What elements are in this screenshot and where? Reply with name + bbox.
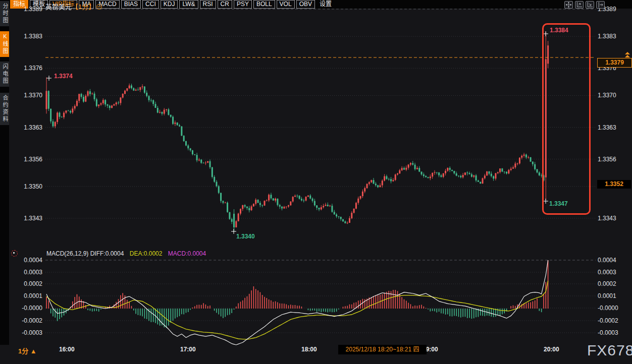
time-range-tooltip: 2025/12/18 18:20~18:21 四	[338, 345, 427, 354]
annotation-session-low: 1.3340	[236, 233, 255, 240]
candlestick-chart[interactable]	[0, 0, 632, 364]
fit-y-axis-icon[interactable]	[586, 1, 594, 9]
watermark: FX678	[587, 342, 632, 359]
alert-price-badge: 1.3379	[597, 58, 632, 68]
pair-name: 英镑美元	[45, 3, 72, 11]
annotation-first-high: 1.3374	[54, 73, 73, 80]
sidebar-tab-1[interactable]: 分时图	[0, 1, 9, 26]
macd-header: MACD(26,12,9) DIFF:0.0004 DEA:0.0002 MAC…	[46, 250, 206, 257]
indicator-target-icon[interactable]	[11, 250, 18, 257]
left-sidebar: 分时图K线图闪电图合约资料	[0, 0, 9, 345]
interval-label: 【1分】	[72, 3, 95, 11]
macd-dea-label: DEA:0.0002	[130, 250, 163, 257]
last-price-badge: 1.3352	[597, 180, 631, 189]
move-icon[interactable]	[564, 1, 573, 9]
app-root: { "window": {"pair_title": "英镑美元", "inte…	[0, 0, 632, 364]
collapse-panel-icon[interactable]	[596, 1, 605, 9]
macd-main-label: MACD(26,12,9) DIFF:0.0004	[46, 250, 124, 257]
sidebar-tab-3[interactable]: 闪电图	[0, 62, 9, 87]
annotation-spike-high: 1.3384	[550, 27, 568, 34]
interval-indicator[interactable]: 1分 ▲	[18, 346, 37, 355]
sidebar-tab-4[interactable]: 合约资料	[0, 93, 9, 125]
sidebar-tab-2[interactable]: K线图	[0, 31, 9, 57]
chart-title: 英镑美元【1分】	[45, 2, 102, 11]
settings-icon[interactable]	[96, 4, 102, 10]
annotation-spike-low: 1.3347	[549, 200, 568, 207]
chart-toolbar	[564, 1, 605, 9]
highlight-box	[542, 23, 591, 215]
macd-macd-label: MACD:0.0004	[168, 250, 206, 257]
fit-x-axis-icon[interactable]	[575, 1, 584, 9]
